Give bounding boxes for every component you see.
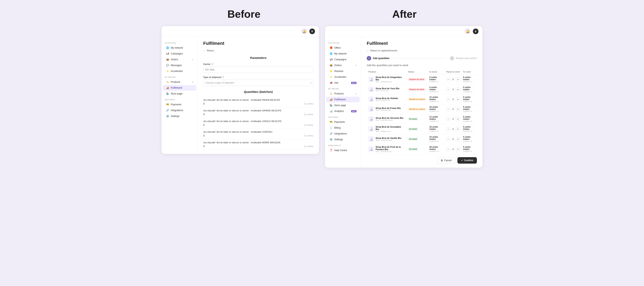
sort-instock-icon[interactable]: ↕ [438, 71, 439, 73]
qty-increase-button[interactable]: + [456, 127, 460, 131]
back-link-after[interactable]: ← Return to replenishments [367, 49, 477, 52]
cancel-button[interactable]: 🗑 Cancel [437, 157, 456, 164]
qty-increase-button[interactable]: + [456, 147, 460, 151]
sidebar-item-my-network-before[interactable]: 🌐 My network [163, 45, 196, 51]
in-stock-cell: 0 unités totales 0 packs x 6 [428, 85, 444, 94]
sidebar-item-payments-before[interactable]: 💳 Payments [163, 102, 196, 107]
back-link-before[interactable]: ← Return [203, 49, 313, 52]
sidebar-item-storepage-after[interactable]: 🏪 Store page [326, 102, 360, 108]
shipment-type-select[interactable]: Choose a type of shipment [203, 80, 313, 86]
sidebar-item-settings-before[interactable]: ⚙️ Settings [163, 113, 196, 119]
sidebar-item-orders-before[interactable]: 📦 Orders ▾ [163, 57, 196, 62]
chevron-icon: ▾ [192, 81, 193, 83]
confirm-label: Confirm [464, 159, 473, 162]
trash-icon: 🗑 [441, 159, 443, 162]
sidebar-item-accelerator-after[interactable]: ⚡ Accelerator [326, 74, 360, 80]
qty-decrease-button[interactable]: − [446, 137, 450, 141]
in-stock-total: 12 unités totales [429, 96, 443, 100]
sidebar-item-campaigns-before[interactable]: 📢 Campaigns [163, 51, 196, 57]
qty-decrease-button[interactable]: − [446, 117, 450, 121]
fulfilment-icon: 🚚 [330, 98, 333, 101]
sidebar-item-messages-before[interactable]: 💬 Messages [163, 63, 196, 68]
back-arrow-icon-after: ← [367, 49, 369, 52]
qty-decrease-button[interactable]: − [446, 87, 450, 91]
ads-icon: 📣 [330, 81, 333, 84]
sidebar-item-integrations-before[interactable]: 🔗 Integrations [163, 107, 196, 113]
sidebar-item-integrations-after[interactable]: 🔗 Integrations [326, 131, 360, 136]
product-thumb: 🍶 [368, 126, 374, 132]
sidebar-item-reviews-after[interactable]: ⭐ Reviews [326, 68, 360, 74]
sidebar-item-offers-after[interactable]: 🎁 Offers [326, 45, 360, 51]
to-send-packs: 2 packs x 6 [463, 120, 475, 122]
qty-increase-button[interactable]: + [456, 77, 460, 81]
qty-decrease-button[interactable]: − [446, 77, 450, 81]
qty-increase-button[interactable]: + [456, 117, 460, 121]
sidebar-item-storepage-before[interactable]: 🏪 Store page [163, 91, 196, 96]
sidebar-item-fulfilment-before[interactable]: 🚚 Fulfilment [163, 85, 196, 91]
qty-decrease-button[interactable]: − [446, 107, 450, 111]
sidebar-item-fulfilment-after[interactable]: 🚚 Fulfilment [326, 97, 360, 102]
qty-control: − 0 + [446, 87, 460, 91]
quantity-units: (0 unités) [304, 134, 313, 137]
qty-decrease-button[interactable]: − [446, 97, 450, 101]
sidebar-item-products-before[interactable]: 🏷️ Products ▾ [163, 79, 196, 85]
sidebar-item-analytics-after[interactable]: 📊 Analytics Beta [326, 108, 360, 114]
qty-increase-button[interactable]: + [456, 107, 460, 111]
qty-increase-button[interactable]: + [456, 97, 460, 101]
before-panel: 🔔 B ACTIVITIES 🌐 My network 📢 Campaigns … [162, 26, 319, 154]
carrier-input[interactable] [203, 67, 313, 73]
sidebar-item-ads-after[interactable]: 📣 Ads Beta [326, 80, 360, 86]
qty-decrease-button[interactable]: − [446, 147, 450, 151]
after-label: After [392, 8, 416, 20]
sort-status-icon[interactable]: ↕ [415, 71, 416, 73]
bell-icon-after[interactable]: 🔔 [465, 29, 470, 34]
step2-label: Review and confirm [456, 57, 477, 60]
qty-value: 0 [451, 118, 455, 120]
sidebar-item-orders-after[interactable]: 📦 Orders ▾ [326, 63, 360, 68]
status-cell: En stock [406, 124, 428, 134]
sidebar-label: Ads [334, 81, 338, 84]
step2-number: 2 [450, 56, 454, 61]
sidebar-item-helpcentre-after[interactable]: ❓ Help Centre [326, 148, 360, 153]
sidebar-label: Integrations [171, 109, 183, 112]
sidebar-item-network-after[interactable]: 🌐 My network [326, 51, 360, 57]
packs-to-send-cell: − 0 + [444, 114, 462, 124]
before-label: Before [227, 8, 260, 20]
th-packs-to-send: Packs to send [444, 70, 462, 74]
page-title-after: Fulfilment [367, 41, 477, 46]
sidebar-after: ACTIVITIES 🎁 Offers 🌐 My network 📢 Campa… [325, 37, 361, 168]
qty-value: 0 [451, 88, 455, 91]
sidebar-item-settings-after[interactable]: ⚙️ Settings [326, 137, 360, 142]
replenishment-table: Product ↕ Status ↕ In stock ↕ P [367, 70, 477, 154]
sidebar-item-billing-after[interactable]: 🧾 Billing [326, 125, 360, 131]
product-sku: SKU : VIOLET-S2 [376, 99, 398, 101]
sidebar-item-accelerator-before[interactable]: ⚡ Accelerator [163, 68, 196, 74]
sidebar-item-campaigns-after[interactable]: 📢 Campaigns [326, 57, 360, 62]
status-badge: En stock [408, 138, 418, 140]
confirm-button[interactable]: ✓ Confirm [458, 157, 477, 164]
to-send-cell: 0 unités totales 2 packs x 6 [462, 144, 477, 154]
sidebar-item-payments-after[interactable]: 💳 Payments [326, 119, 360, 125]
bell-icon-before[interactable]: 🔔 [301, 29, 307, 34]
mybrand-section-before: MY BRAND [162, 74, 198, 79]
analytics-icon: 📊 [330, 110, 333, 112]
table-row: 🍶 Sirop Brut de Yuzu Bio SKU : YUZU-S4 R… [367, 85, 477, 94]
sidebar-item-products-after[interactable]: 🏷️ Products ▾ [326, 91, 360, 96]
sort-product-icon[interactable]: ↕ [377, 71, 378, 73]
qty-decrease-button[interactable]: − [446, 127, 450, 131]
product-name: Sirop Brut de Fruit de la Passion Bio [376, 146, 405, 151]
qty-increase-button[interactable]: + [456, 137, 460, 141]
network-icon: 🌐 [166, 46, 169, 49]
product-cell: 🍶 Sirop Brut de Fruit de la Passion Bio … [367, 144, 406, 154]
status-cell: Bientôt en rupture [406, 104, 428, 114]
qty-increase-button[interactable]: + [456, 87, 460, 91]
th-to-send: To send [462, 70, 477, 74]
avatar-before[interactable]: B [309, 29, 315, 34]
avatar-after[interactable]: B [473, 29, 478, 34]
status-cell: En stock [406, 144, 428, 154]
settings-icon: ⚙️ [166, 115, 169, 117]
in-stock-packs: 2 packs x 6 [429, 120, 443, 122]
stepper-row: 1 Add quantities 2 Review and confirm [367, 56, 477, 61]
in-stock-total: 18 unités totales [429, 126, 443, 130]
product-sku: SKU : FRAISE-S35 [376, 109, 401, 111]
